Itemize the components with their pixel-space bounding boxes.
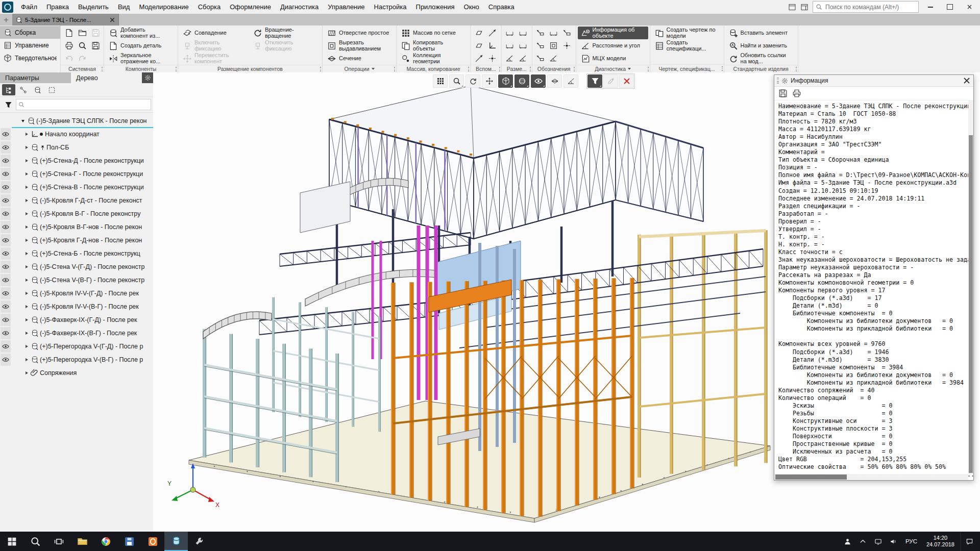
rotation-rotation-button[interactable]: Вращение-вращение (250, 27, 321, 39)
tree-item[interactable]: (+)5-Стена-Б - После реконструкц (0, 247, 153, 260)
visibility-eye-toggle[interactable] (1, 340, 11, 353)
tab-tree[interactable]: Дерево (71, 72, 142, 83)
tree-item[interactable]: (-)5-Стена V-(В-Г) - После реконстр (0, 273, 153, 287)
taskbar-kompas-library-button[interactable] (141, 532, 164, 551)
expand-arrow-icon[interactable] (26, 371, 28, 374)
zoom-area-button[interactable] (449, 74, 464, 88)
visibility-eye-toggle[interactable] (1, 300, 11, 313)
aux-point-button[interactable] (485, 52, 499, 65)
create-specification-button[interactable]: Создать спецификаци... (652, 39, 722, 52)
mode-item[interactable]: Управление (0, 39, 60, 52)
expand-arrow-icon[interactable] (26, 318, 28, 321)
mate-coincident-button[interactable]: Совпадение (180, 27, 250, 39)
tree-item[interactable]: (+)5-Стена-Д - После реконструкци (0, 154, 153, 167)
print-report-icon[interactable] (792, 89, 801, 98)
scrollbar-thumb[interactable] (775, 474, 847, 480)
tree-item[interactable]: (+)5-Кровля Г-Д-нов - После рекон (0, 234, 153, 247)
tree-components-button[interactable] (31, 84, 44, 95)
display-tray-button[interactable] (871, 532, 886, 551)
print-preview-button[interactable] (76, 39, 89, 52)
visibility-eye-toggle[interactable] (1, 327, 11, 339)
visibility-eye-toggle[interactable] (1, 261, 11, 273)
tolerance-frame-button[interactable] (547, 39, 560, 52)
scrollbar-thumb[interactable] (969, 135, 973, 473)
display-mode-button[interactable] (514, 74, 529, 88)
filters-button[interactable] (587, 74, 602, 88)
datum-symbol-button[interactable] (547, 27, 560, 39)
taskbar-chrome-button[interactable] (94, 532, 117, 551)
tree-search-field[interactable] (16, 99, 151, 110)
expand-arrow-icon[interactable] (26, 199, 28, 202)
snap-settings-button[interactable] (433, 74, 448, 88)
menu-item[interactable]: Сборка (193, 1, 226, 14)
menu-item[interactable]: Диагностика (276, 1, 323, 14)
expand-arrow-icon[interactable] (26, 172, 28, 176)
mass-inertia-properties-button[interactable]: МЦХ модели (578, 52, 648, 65)
tree-settings-button[interactable] (142, 72, 153, 83)
pan-view-button[interactable] (482, 74, 497, 88)
visibility-eye-toggle[interactable] (1, 141, 11, 154)
volume-button[interactable] (887, 532, 901, 551)
tree-item[interactable]: (+)5-Стена-Г - После реконструкци (0, 167, 153, 181)
expand-arrow-icon[interactable] (26, 159, 28, 162)
hidden-icons-button[interactable] (856, 532, 870, 551)
vertical-scrollbar[interactable] (968, 101, 973, 474)
tree-item[interactable]: (-)5-Кровля В-Г - После реконстру (0, 207, 153, 220)
taskbar-start-button[interactable] (0, 532, 23, 551)
copy-objects-button[interactable]: Копировать объекты (398, 39, 469, 52)
menu-item[interactable]: Выделить (74, 1, 113, 14)
visibility-eye-toggle[interactable] (1, 354, 11, 366)
tab-parameters[interactable]: Параметры (0, 72, 71, 83)
aux-axis-button[interactable] (485, 27, 499, 39)
menu-item[interactable]: Окно (459, 1, 484, 14)
menu-item[interactable]: Справка (484, 1, 519, 14)
expand-arrow-icon[interactable] (26, 265, 28, 268)
expand-arrow-icon[interactable] (26, 212, 28, 215)
tree-relations-button[interactable] (16, 84, 30, 95)
close-button[interactable] (962, 2, 977, 12)
create-part-button[interactable]: Создать деталь (106, 39, 176, 52)
visibility-eye-toggle[interactable] (1, 314, 11, 326)
command-search[interactable] (813, 1, 919, 13)
tree-item[interactable]: Пол-СБ (0, 141, 153, 154)
expand-arrow-icon[interactable] (26, 186, 28, 189)
taskbar-task-view-button[interactable] (47, 532, 70, 551)
gear-icon[interactable] (781, 78, 788, 84)
visibility-eye-toggle[interactable] (1, 234, 11, 246)
visibility-eye-toggle[interactable] (1, 287, 11, 299)
expand-arrow-icon[interactable] (26, 292, 28, 295)
tree-item[interactable]: (-)5-Стена V-(Г-Д) - После реконстр (0, 260, 153, 273)
tree-item[interactable]: (-)5-Здание ТЭЦ СЛПК - После рекон (0, 114, 153, 128)
visibility-eye-toggle[interactable] (1, 168, 11, 180)
expand-arrow-icon[interactable] (26, 252, 28, 255)
taskbar-kompas-save-button[interactable] (117, 532, 141, 551)
tree-item[interactable]: (-)5-Кровля IV-V-(В-Г) - После рек (0, 300, 153, 313)
cut-extrude-button[interactable]: Вырезать выдавливанием (324, 39, 395, 52)
tree-item[interactable]: (-)5-Кровля Г-Д-ст - После реконст (0, 194, 153, 207)
geometry-collection-button[interactable]: Коллекция геометрии (398, 52, 469, 65)
open-document-button[interactable] (76, 27, 89, 39)
mirror-components-button[interactable]: Зеркальное отражение ко... (106, 52, 176, 65)
grid-array-button[interactable]: Массив по сетке (398, 27, 469, 39)
save-as-button[interactable] (89, 39, 102, 52)
document-tab[interactable]: 5-Здание ТЭЦ - После... (12, 14, 119, 26)
menu-item[interactable]: Правка (42, 1, 74, 14)
expand-arrow-icon[interactable] (26, 279, 28, 282)
horizontal-scrollbar[interactable] (774, 474, 968, 480)
simple-hole-button[interactable]: Отверстие простое (324, 27, 395, 39)
marking-symbol-button[interactable] (560, 27, 574, 39)
visibility-eye-toggle[interactable] (1, 247, 11, 260)
tree-item[interactable]: Начало координат (0, 128, 153, 141)
find-and-replace-button[interactable]: Найти и заменить (726, 39, 796, 52)
menu-item[interactable]: Вид (113, 1, 135, 14)
aux-local-cs-button[interactable] (485, 39, 499, 52)
roughness-symbol-button[interactable] (547, 52, 560, 65)
visibility-eye-toggle[interactable] (1, 208, 11, 220)
expand-arrow-icon[interactable] (26, 146, 28, 149)
position-symbol-button[interactable] (560, 39, 574, 52)
surface-note-button[interactable] (534, 39, 547, 52)
tree-item[interactable]: (+)5-Стена-В - После реконструкци (0, 181, 153, 194)
base-designation-button[interactable] (534, 52, 547, 65)
object-info-button[interactable]: Информация об объекте (578, 27, 648, 39)
action-center-button[interactable] (960, 532, 978, 551)
